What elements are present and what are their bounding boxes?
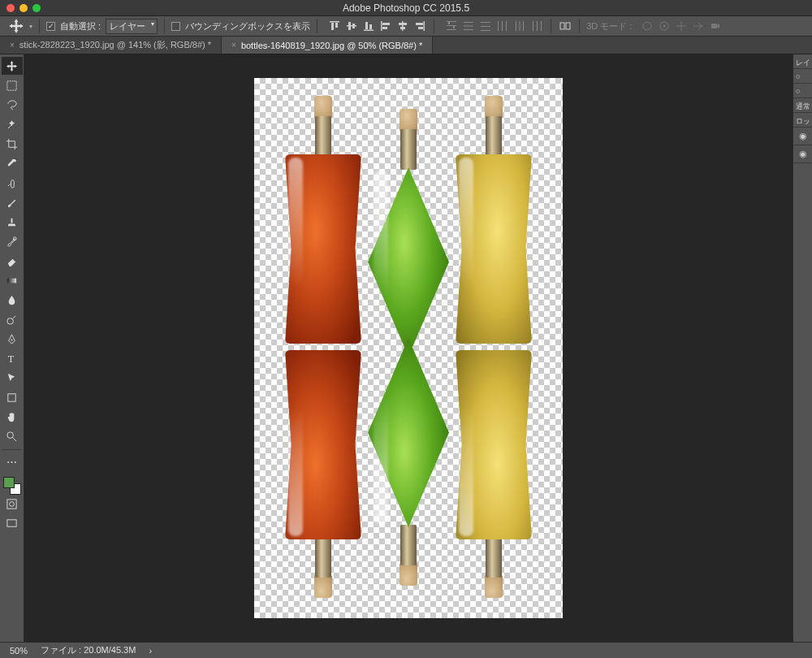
distribute-left-icon[interactable] bbox=[495, 19, 510, 33]
document-tab-active[interactable]: × bottles-1640819_1920.jpg @ 50% (RGB/8#… bbox=[222, 37, 433, 54]
distribute-vcenter-icon[interactable] bbox=[461, 19, 476, 33]
svg-rect-26 bbox=[481, 22, 490, 23]
align-left-icon[interactable] bbox=[378, 19, 393, 33]
align-hcenter-icon[interactable] bbox=[395, 19, 410, 33]
move-tool-icon[interactable] bbox=[8, 18, 24, 34]
svg-rect-7 bbox=[365, 22, 368, 29]
svg-rect-34 bbox=[523, 21, 524, 31]
title-bar: Adobe Photoshop CC 2015.5 bbox=[0, 0, 812, 16]
bottle-gold bbox=[449, 96, 538, 344]
svg-rect-43 bbox=[711, 24, 717, 28]
distribute-right-icon[interactable] bbox=[529, 19, 544, 33]
canvas-viewport[interactable] bbox=[24, 54, 793, 642]
right-panels-strip: レイ ○ ○ 通常 ロッ ◉ ◉ bbox=[793, 54, 812, 642]
brush-tool[interactable] bbox=[2, 193, 23, 211]
svg-point-40 bbox=[643, 22, 651, 30]
panel-lock-label[interactable]: ロッ bbox=[793, 113, 812, 128]
3d-slide-icon bbox=[691, 19, 706, 33]
distribute-top-icon[interactable] bbox=[444, 19, 459, 33]
zoom-tool[interactable] bbox=[2, 427, 23, 445]
window-controls bbox=[0, 4, 41, 12]
status-bar: 50% ファイル : 20.0M/45.3M › bbox=[0, 642, 812, 658]
align-top-icon[interactable] bbox=[327, 19, 342, 33]
distribute-hcenter-icon[interactable] bbox=[512, 19, 527, 33]
shape-tool[interactable] bbox=[2, 388, 23, 406]
distribute-bottom-icon[interactable] bbox=[478, 19, 493, 33]
window-maximize-button[interactable] bbox=[32, 4, 41, 12]
svg-rect-22 bbox=[453, 26, 455, 28]
svg-rect-12 bbox=[402, 21, 404, 31]
panel-blend-mode[interactable]: 通常 bbox=[793, 98, 812, 113]
panel-row[interactable]: ○ bbox=[793, 84, 812, 98]
auto-select-checkbox[interactable]: ✓ bbox=[46, 22, 55, 31]
screen-mode-icon[interactable] bbox=[2, 514, 23, 532]
crop-tool[interactable] bbox=[2, 135, 23, 153]
eraser-tool[interactable] bbox=[2, 252, 23, 270]
svg-rect-18 bbox=[447, 21, 456, 22]
align-buttons-group bbox=[327, 19, 427, 33]
color-swatches[interactable] bbox=[3, 477, 21, 495]
bottle-gold-mirror bbox=[449, 350, 538, 598]
quick-mask-icon[interactable] bbox=[2, 495, 23, 513]
dodge-tool[interactable] bbox=[2, 310, 23, 328]
document-canvas[interactable] bbox=[254, 78, 563, 618]
hand-tool[interactable] bbox=[2, 408, 23, 426]
align-right-icon[interactable] bbox=[412, 19, 427, 33]
type-tool[interactable]: T bbox=[2, 349, 23, 367]
marquee-tool[interactable] bbox=[2, 76, 23, 94]
layer-visibility-icon[interactable]: ◉ bbox=[793, 128, 812, 145]
svg-rect-2 bbox=[335, 23, 338, 28]
svg-rect-51 bbox=[8, 393, 15, 400]
3d-camera-icon bbox=[708, 19, 723, 33]
bottle-green bbox=[364, 109, 453, 357]
svg-rect-21 bbox=[448, 22, 450, 24]
panel-label-layers[interactable]: レイ bbox=[793, 54, 812, 69]
zoom-level[interactable]: 50% bbox=[10, 646, 28, 656]
svg-point-49 bbox=[11, 339, 13, 340]
auto-align-icon[interactable] bbox=[558, 19, 572, 33]
lasso-tool[interactable] bbox=[2, 96, 23, 114]
svg-rect-28 bbox=[481, 30, 490, 31]
history-brush-tool[interactable] bbox=[2, 232, 23, 250]
eyedropper-tool[interactable] bbox=[2, 154, 23, 172]
3d-orbit-icon bbox=[640, 19, 654, 33]
healing-brush-tool[interactable] bbox=[2, 174, 23, 192]
layer-dropdown[interactable]: レイヤー bbox=[106, 19, 158, 34]
magic-wand-tool[interactable] bbox=[2, 115, 23, 133]
statusbar-arrow-icon[interactable]: › bbox=[149, 646, 152, 656]
layer-visibility-icon[interactable]: ◉ bbox=[793, 145, 812, 163]
svg-point-48 bbox=[7, 318, 14, 324]
blur-tool[interactable] bbox=[2, 291, 23, 309]
window-minimize-button[interactable] bbox=[19, 4, 28, 12]
align-bottom-icon[interactable] bbox=[361, 19, 376, 33]
svg-rect-10 bbox=[382, 23, 390, 25]
path-select-tool[interactable] bbox=[2, 369, 23, 387]
svg-rect-20 bbox=[447, 29, 456, 30]
svg-rect-44 bbox=[7, 80, 16, 89]
gradient-tool[interactable] bbox=[2, 271, 23, 289]
window-close-button[interactable] bbox=[6, 4, 15, 12]
svg-rect-35 bbox=[533, 21, 533, 31]
svg-rect-6 bbox=[364, 30, 374, 32]
show-bbox-checkbox[interactable] bbox=[171, 22, 180, 31]
svg-rect-5 bbox=[352, 24, 355, 28]
document-tab-inactive[interactable]: × stick-2828223_1920.jpg @ 141% (影, RGB/… bbox=[0, 37, 222, 54]
auto-select-label: 自動選択 : bbox=[60, 20, 101, 32]
document-tabs: × stick-2828223_1920.jpg @ 141% (影, RGB/… bbox=[0, 37, 812, 54]
svg-text:T: T bbox=[8, 353, 15, 365]
tab-close-icon[interactable]: × bbox=[10, 41, 15, 50]
svg-point-42 bbox=[663, 25, 666, 28]
mode-3d-label: 3D モード : bbox=[586, 20, 632, 32]
panel-row[interactable]: ○ bbox=[793, 69, 812, 84]
clone-stamp-tool[interactable] bbox=[2, 213, 23, 231]
edit-toolbar-icon[interactable]: ⋯ bbox=[2, 452, 23, 470]
svg-rect-32 bbox=[516, 21, 516, 31]
tab-close-icon[interactable]: × bbox=[231, 41, 236, 50]
pen-tool[interactable] bbox=[2, 330, 23, 348]
svg-rect-24 bbox=[464, 26, 473, 27]
align-vcenter-icon[interactable] bbox=[344, 19, 359, 33]
file-info[interactable]: ファイル : 20.0M/45.3M bbox=[41, 644, 136, 656]
foreground-color-swatch[interactable] bbox=[3, 477, 15, 488]
svg-rect-27 bbox=[481, 26, 490, 27]
move-tool[interactable] bbox=[2, 57, 23, 75]
